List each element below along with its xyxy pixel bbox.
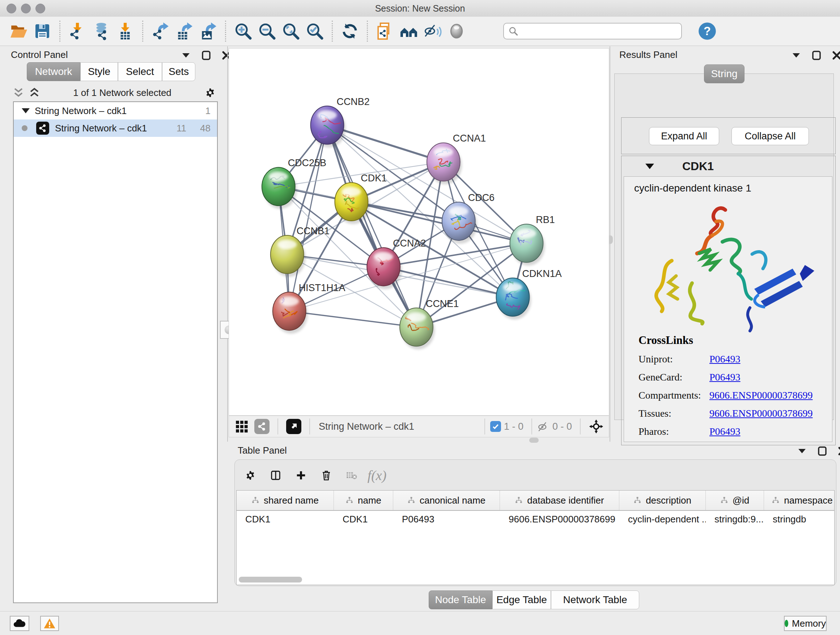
export-network-button[interactable] bbox=[150, 21, 171, 41]
table-row[interactable]: CDK1CDK1P064939606.ENSP00000378699cyclin… bbox=[237, 511, 834, 527]
protein-card-header[interactable]: CDK1 bbox=[622, 156, 835, 176]
expand-all-networks-button[interactable] bbox=[29, 87, 40, 98]
node-table[interactable]: shared namenamecanonical namedatabase id… bbox=[236, 490, 835, 585]
crosslink-link[interactable]: P06493 bbox=[709, 426, 741, 437]
zoom-fit-button[interactable] bbox=[281, 21, 301, 41]
function-builder-button[interactable]: f(x) bbox=[371, 470, 382, 481]
table-cell[interactable]: 9606.ENSP00000378699 bbox=[500, 511, 619, 527]
node-CDC25B[interactable]: CDC25B bbox=[262, 157, 326, 209]
node-CCNE1[interactable]: CCNE1 bbox=[400, 298, 459, 350]
open-session-button[interactable] bbox=[8, 21, 28, 41]
cloud-status-button[interactable] bbox=[10, 616, 29, 631]
hide-unhide-button[interactable] bbox=[423, 21, 443, 41]
copy-network-style-button[interactable] bbox=[375, 21, 395, 41]
control-panel-menu-button[interactable] bbox=[180, 50, 191, 61]
crosslink-link[interactable]: 9606.ENSP00000378699 bbox=[709, 408, 813, 419]
tab-network-table[interactable]: Network Table bbox=[551, 591, 639, 609]
network-options-button[interactable] bbox=[205, 87, 216, 98]
tab-node-table[interactable]: Node Table bbox=[429, 591, 493, 609]
collapse-all-button[interactable]: Collapse All bbox=[731, 127, 809, 145]
zoom-selected-button[interactable] bbox=[305, 21, 325, 41]
clear-table-button[interactable] bbox=[346, 470, 357, 481]
table-cell[interactable]: P06493 bbox=[393, 511, 500, 527]
table-cell[interactable]: CDK1 bbox=[237, 511, 334, 527]
import-table-button[interactable] bbox=[115, 21, 135, 41]
table-cell[interactable]: stringdb bbox=[764, 511, 835, 527]
table-panel-close-button[interactable] bbox=[837, 446, 840, 456]
show-grid-button[interactable] bbox=[235, 420, 248, 433]
crosslink-link[interactable]: P06493 bbox=[709, 371, 741, 383]
export-image-button[interactable] bbox=[198, 21, 218, 41]
column-header-namespace[interactable]: namespace bbox=[764, 491, 835, 510]
results-panel-close-button[interactable] bbox=[831, 50, 840, 61]
warnings-button[interactable] bbox=[40, 616, 59, 631]
network-view-share-button[interactable] bbox=[254, 419, 270, 434]
save-session-button[interactable] bbox=[32, 21, 52, 41]
column-header--id[interactable]: @id bbox=[706, 491, 764, 510]
expand-all-button[interactable]: Expand All bbox=[649, 127, 719, 145]
tab-select[interactable]: Select bbox=[118, 62, 162, 81]
control-panel-float-button[interactable] bbox=[201, 50, 212, 61]
fit-selected-crosshair-button[interactable] bbox=[589, 419, 604, 434]
node-CCNA1[interactable]: CCNA1 bbox=[427, 133, 486, 184]
tab-sets[interactable]: Sets bbox=[162, 62, 195, 81]
left-panel-divider[interactable] bbox=[227, 46, 228, 442]
show-columns-button[interactable] bbox=[270, 470, 281, 481]
network-row[interactable]: String Network – cdk1 11 48 bbox=[14, 119, 217, 137]
edge-HIST1H1A-CCNE1[interactable] bbox=[289, 311, 416, 327]
apply-layout-button[interactable] bbox=[340, 21, 360, 41]
export-table-button[interactable] bbox=[174, 21, 194, 41]
help-button[interactable]: ? bbox=[697, 21, 717, 41]
zoom-out-button[interactable] bbox=[257, 21, 277, 41]
table-cell[interactable]: cyclin-dependent ... bbox=[619, 511, 706, 527]
node-HIST1H1A[interactable]: HIST1H1A bbox=[273, 282, 346, 334]
tab-string[interactable]: String bbox=[704, 65, 745, 83]
import-network-from-database-button[interactable] bbox=[91, 21, 111, 41]
node-CDC6[interactable]: CDC6 bbox=[442, 192, 494, 244]
table-panel-float-button[interactable] bbox=[817, 446, 828, 456]
add-column-button[interactable] bbox=[295, 470, 306, 481]
network-collection-row[interactable]: String Network – cdk1 1 bbox=[14, 102, 217, 119]
table-cell[interactable]: CDK1 bbox=[334, 511, 393, 527]
memory-button[interactable]: Memory bbox=[784, 616, 827, 631]
collapse-caret-icon[interactable] bbox=[645, 164, 654, 169]
table-options-button[interactable] bbox=[245, 470, 256, 481]
node-CCNB1[interactable]: CCNB1 bbox=[271, 226, 330, 277]
share-icon bbox=[38, 124, 47, 133]
birds-eye-view-button[interactable] bbox=[286, 419, 302, 434]
right-panel-divider[interactable] bbox=[609, 46, 610, 442]
network-graph[interactable]: CCNB2CCNA1CDC25BCDK1CDC6RB1CCNB1CCNA2CDK… bbox=[229, 49, 609, 415]
column-header-canonical-name[interactable]: canonical name bbox=[393, 491, 500, 510]
tab-network[interactable]: Network bbox=[27, 62, 80, 81]
table-panel-menu-button[interactable] bbox=[797, 446, 807, 456]
table-cell[interactable]: stringdb:9... bbox=[706, 511, 764, 527]
delete-column-button[interactable] bbox=[321, 470, 332, 481]
tab-style[interactable]: Style bbox=[80, 62, 118, 81]
node-CCNB2[interactable]: CCNB2 bbox=[311, 96, 370, 148]
column-header-description[interactable]: description bbox=[619, 491, 706, 510]
node-CDKN1A[interactable]: CDKN1A bbox=[496, 268, 562, 320]
table-horizontal-scrollbar[interactable] bbox=[239, 577, 302, 583]
import-network-button[interactable] bbox=[67, 21, 88, 41]
column-header-database-identifier[interactable]: database identifier bbox=[500, 491, 619, 510]
search-input[interactable] bbox=[503, 23, 682, 40]
crosslink-link[interactable]: 9606.ENSP00000378699 bbox=[709, 390, 813, 401]
preview-eye-button[interactable] bbox=[447, 21, 467, 41]
collapse-all-networks-button[interactable] bbox=[13, 87, 24, 98]
tree-expand-caret-icon[interactable] bbox=[22, 108, 30, 113]
edge-CDK1-RB1[interactable] bbox=[351, 202, 526, 243]
results-panel-float-button[interactable] bbox=[811, 50, 822, 61]
crosslink-link[interactable]: P06493 bbox=[709, 353, 741, 365]
column-header-shared-name[interactable]: shared name bbox=[237, 491, 334, 510]
zoom-in-button[interactable] bbox=[233, 21, 253, 41]
network-canvas[interactable]: CCNB2CCNA1CDC25BCDK1CDC6RB1CCNB1CCNA2CDK… bbox=[229, 48, 609, 416]
results-panel-menu-button[interactable] bbox=[791, 50, 802, 61]
show-homes-button[interactable] bbox=[399, 21, 419, 41]
column-header-label: description bbox=[646, 495, 691, 506]
selected-items-checkbox[interactable] bbox=[490, 421, 501, 432]
tab-edge-table[interactable]: Edge Table bbox=[493, 591, 551, 609]
node-CDK1[interactable]: CDK1 bbox=[335, 173, 387, 224]
node-RB1[interactable]: RB1 bbox=[510, 214, 555, 266]
edge-CCNA2-CDKN1A[interactable] bbox=[384, 267, 513, 297]
column-header-name[interactable]: name bbox=[334, 491, 393, 510]
